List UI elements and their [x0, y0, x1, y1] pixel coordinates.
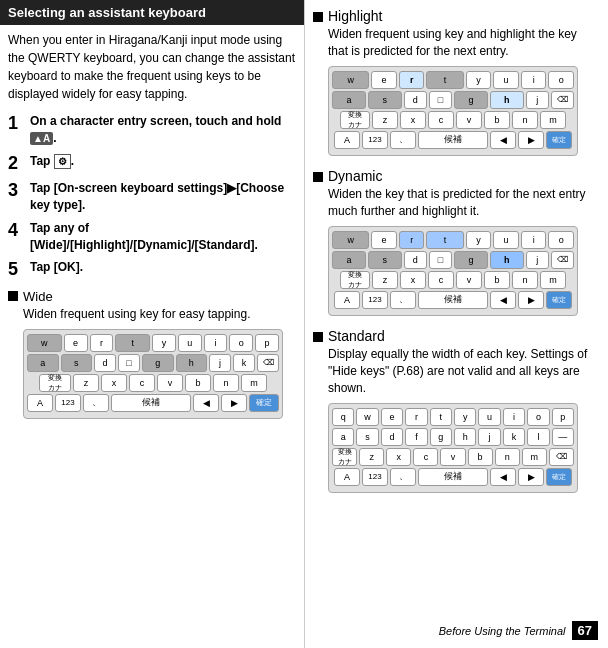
kb-key-e: e [64, 334, 88, 352]
kb-comma: 、 [83, 394, 109, 412]
wide-keyboard: w e r t y u i o p a s d □ g h j [23, 329, 283, 419]
st-kouho: 候補 [418, 468, 488, 486]
kb-row-4: A 123 、 候補 ◀ ▶ 確定 [27, 394, 279, 412]
dy-w: w [332, 231, 369, 249]
hl-right: ▶ [518, 131, 544, 149]
kb-key-n: n [213, 374, 239, 392]
footer-text: Before Using the Terminal [439, 625, 566, 637]
step-1: 1 On a character entry screen, touch and… [8, 113, 296, 147]
section-title: Selecting an assistant keyboard [8, 5, 206, 20]
dy-e: e [371, 231, 397, 249]
highlight-desc: Widen frequent using key and highlight t… [328, 26, 600, 61]
dy-z: z [372, 271, 398, 289]
st-r: r [405, 408, 427, 426]
st-f: f [405, 428, 427, 446]
kb-key-s: s [61, 354, 93, 372]
dy-f: □ [429, 251, 452, 269]
st-123: 123 [362, 468, 388, 486]
kb-key-h: h [176, 354, 208, 372]
dy-s: s [368, 251, 402, 269]
dy-right: ▶ [518, 291, 544, 309]
step-3: 3 Tap [On-screen keyboard settings]▶[Cho… [8, 180, 296, 214]
hl-left: ◀ [490, 131, 516, 149]
page: Selecting an assistant keyboard When you… [0, 0, 608, 648]
st-comma: 、 [390, 468, 416, 486]
kb-left: ◀ [193, 394, 219, 412]
dynamic-section: Dynamic Widen the key that is predicted … [313, 168, 600, 316]
right-column: Highlight Widen frequent using key and h… [305, 0, 608, 648]
st-row-4: A 123 、 候補 ◀ ▶ 確定 [332, 468, 574, 486]
st-h: h [454, 428, 476, 446]
st-a: a [332, 428, 354, 446]
hl-j: j [526, 91, 549, 109]
kb-kouho: 候補 [111, 394, 191, 412]
step-5: 5 Tap [OK]. [8, 259, 296, 281]
hl-t: t [426, 71, 463, 89]
dy-b: b [484, 271, 510, 289]
hl-x: x [400, 111, 426, 129]
kb-key-k: k [233, 354, 255, 372]
hl-h: h [490, 91, 524, 109]
step-5-text: Tap [OK]. [30, 259, 83, 281]
steps-list: 1 On a character entry screen, touch and… [0, 113, 304, 281]
wide-bullet-header: Wide [8, 289, 296, 304]
kb-key-t: t [115, 334, 150, 352]
hl-v: v [456, 111, 482, 129]
page-footer: Before Using the Terminal 67 [439, 621, 598, 640]
st-e: e [381, 408, 403, 426]
wide-bullet-icon [8, 291, 18, 301]
left-column: Selecting an assistant keyboard When you… [0, 0, 305, 648]
st-z: z [359, 448, 384, 466]
dy-kana: 変換カナ [340, 271, 370, 289]
hl-y: y [466, 71, 492, 89]
hl-m: m [540, 111, 566, 129]
dy-A: A [334, 291, 360, 309]
st-n: n [495, 448, 520, 466]
dynamic-bullet-icon [313, 172, 323, 182]
st-c: c [413, 448, 438, 466]
dy-o: o [548, 231, 574, 249]
kb-row-3: 変換カナ z x c v b n m [27, 374, 279, 392]
st-row-1: q w e r t y u i o p [332, 408, 574, 426]
standard-bullet-icon [313, 332, 323, 342]
kb-key-j: j [209, 354, 231, 372]
hl-u: u [493, 71, 519, 89]
hl-o: o [548, 71, 574, 89]
kb-right: ▶ [221, 394, 247, 412]
st-p: p [552, 408, 574, 426]
step-2: 2 Tap ⚙. [8, 153, 296, 175]
kb-kana: 変換カナ [39, 374, 71, 392]
standard-desc: Display equally the width of each key. S… [328, 346, 600, 398]
dy-i: i [521, 231, 547, 249]
kb-key-m: m [241, 374, 267, 392]
step-3-num: 3 [8, 180, 30, 214]
standard-section: Standard Display equally the width of ea… [313, 328, 600, 493]
st-b: b [468, 448, 493, 466]
kb-key-a: a [27, 354, 59, 372]
step-5-num: 5 [8, 259, 30, 281]
dynamic-title: Dynamic [328, 168, 382, 184]
st-bs: ⌫ [549, 448, 574, 466]
dy-j: j [526, 251, 549, 269]
dy-123: 123 [362, 291, 388, 309]
kb-key-y: y [152, 334, 176, 352]
st-kakutei: 確定 [546, 468, 572, 486]
st-kana: 変換カナ [332, 448, 357, 466]
step-2-num: 2 [8, 153, 30, 175]
highlight-section: Highlight Widen frequent using key and h… [313, 8, 600, 156]
hl-row-1: w e r t y u i o [332, 71, 574, 89]
step-4-num: 4 [8, 220, 30, 254]
highlight-keyboard: w e r t y u i o a s d □ g h j ⌫ [328, 66, 578, 156]
hl-e: e [371, 71, 397, 89]
st-w: w [356, 408, 378, 426]
dy-h: h [490, 251, 524, 269]
highlight-bullet-icon [313, 12, 323, 22]
hl-c: c [428, 111, 454, 129]
hl-a: a [332, 91, 366, 109]
st-s: s [356, 428, 378, 446]
hl-f: □ [429, 91, 452, 109]
kb-key-b: b [185, 374, 211, 392]
dy-u: u [493, 231, 519, 249]
hl-d: d [404, 91, 427, 109]
dy-row-1: w e r t y u i o [332, 231, 574, 249]
